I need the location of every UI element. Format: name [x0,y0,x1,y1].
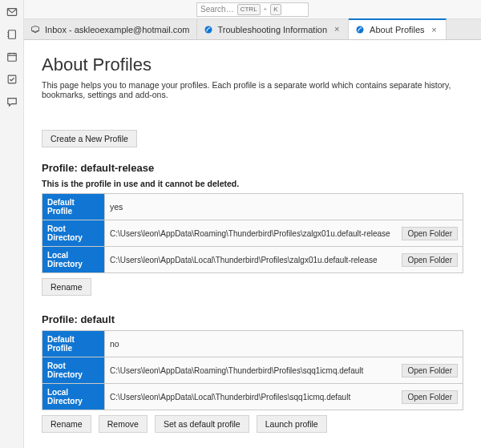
remove-button[interactable]: Remove [99,415,148,433]
chat-icon[interactable] [5,95,19,109]
vertical-toolbar [0,0,24,448]
top-toolbar: Search… CTRL + K [24,0,481,19]
local-path: C:\Users\leon\AppData\Local\Thunderbird\… [110,393,397,402]
tab-inbox[interactable]: Inbox - askleoexample@hotmail.com [24,19,197,39]
open-folder-button[interactable]: Open Folder [402,253,458,267]
th-local-directory: Local Directory [42,247,105,273]
kbd-hint: CTRL [237,4,261,15]
set-default-button[interactable]: Set as default profile [155,415,249,433]
th-default-profile: Default Profile [42,331,105,357]
profile-table: Default Profile yes Root Directory C:\Us… [42,193,463,273]
th-root-directory: Root Directory [42,357,105,384]
local-path: C:\Users\leon\AppData\Local\Thunderbird\… [110,256,397,264]
calendar-icon[interactable] [5,50,19,64]
profile-heading: Profile: default-release [42,162,463,174]
create-profile-button[interactable]: Create a New Profile [42,130,137,147]
td-root-directory: C:\Users\leon\AppData\Roaming\Thunderbir… [105,220,463,247]
close-icon[interactable]: × [332,25,342,34]
th-local-directory: Local Directory [42,384,105,410]
profile-heading: Profile: default [42,313,463,325]
rename-button[interactable]: Rename [42,415,91,433]
tab-label: About Profiles [370,25,424,34]
app-icon [355,25,365,34]
open-folder-button[interactable]: Open Folder [402,364,458,377]
profile-table: Default Profile no Root Directory C:\Use… [42,330,463,410]
svg-point-11 [357,26,364,34]
kbd-plus: + [264,6,268,13]
inbox-icon [30,25,40,34]
address-book-icon[interactable] [5,27,19,42]
tab-about-profiles[interactable]: About Profiles × [349,18,446,39]
root-path: C:\Users\leon\AppData\Roaming\Thunderbir… [110,229,397,238]
profile-note: This is the profile in use and it cannot… [42,179,463,188]
tab-label: Troubleshooting Information [218,25,328,34]
page-content: About Profiles This page helps you to ma… [24,40,481,448]
open-folder-button[interactable]: Open Folder [402,227,458,240]
td-root-directory: C:\Users\leon\AppData\Roaming\Thunderbir… [105,357,463,384]
search-placeholder-text: Search… [200,5,234,14]
rename-button[interactable]: Rename [42,278,91,296]
th-root-directory: Root Directory [42,220,105,247]
tab-label: Inbox - askleoexample@hotmail.com [45,25,190,34]
global-search-input[interactable]: Search… CTRL + K [196,2,309,17]
app-icon [204,25,213,34]
td-local-directory: C:\Users\leon\AppData\Local\Thunderbird\… [105,247,463,273]
td-local-directory: C:\Users\leon\AppData\Local\Thunderbird\… [105,384,463,410]
page-title: About Profiles [42,54,463,75]
svg-point-10 [204,26,212,33]
tab-troubleshooting[interactable]: Troubleshooting Information × [197,19,350,39]
td-default-value: no [105,331,463,357]
tab-strip: Inbox - askleoexample@hotmail.com Troubl… [24,19,481,40]
open-folder-button[interactable]: Open Folder [402,390,458,404]
root-path: C:\Users\leon\AppData\Roaming\Thunderbir… [110,366,397,375]
svg-rect-1 [8,30,15,39]
mail-icon[interactable] [5,5,19,19]
page-intro: This page helps you to manage your profi… [42,80,463,99]
close-icon[interactable]: × [430,25,439,34]
th-default-profile: Default Profile [42,194,105,220]
svg-rect-9 [8,75,16,83]
td-default-value: yes [105,194,463,220]
svg-rect-5 [7,54,16,62]
kbd-hint: K [270,4,281,15]
tasks-icon[interactable] [5,72,19,87]
launch-profile-button[interactable]: Launch profile [257,415,327,433]
